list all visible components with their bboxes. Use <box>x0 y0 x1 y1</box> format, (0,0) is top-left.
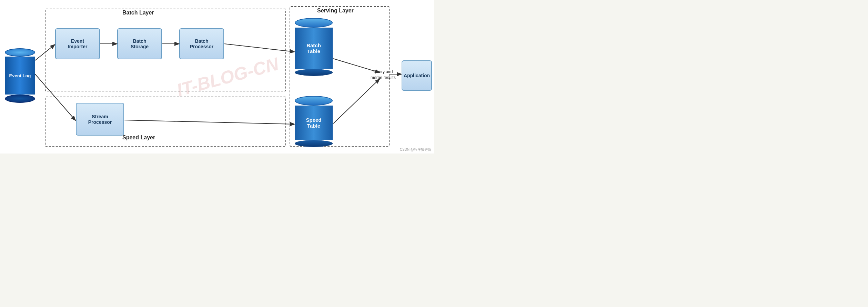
batch-table-bottom <box>295 69 333 76</box>
serving-layer-label: Serving Layer <box>317 8 354 14</box>
speed-table-mid: SpeedTable <box>295 106 333 140</box>
query-merge-label: Query andmerge results <box>371 69 396 81</box>
application-label: Application <box>404 73 430 78</box>
batch-table-db: BatchTable <box>295 18 333 76</box>
speed-layer-label: Speed Layer <box>122 135 155 141</box>
batch-layer-label: Batch Layer <box>122 10 154 16</box>
application-box: Application <box>402 60 432 91</box>
batch-table-label: BatchTable <box>306 42 321 54</box>
event-log-bottom <box>5 95 35 103</box>
stream-processor-box: StreamProcessor <box>76 103 124 136</box>
event-importer-box: EventImporter <box>55 28 100 59</box>
diagram: IT-BLOG-CN Batch Layer Speed Layer Servi… <box>0 0 434 154</box>
batch-table-top <box>295 18 333 28</box>
batch-processor-box: BatchProcessor <box>179 28 224 59</box>
speed-table-db: SpeedTable <box>295 96 333 147</box>
event-log-top <box>5 48 35 57</box>
batch-storage-label: BatchStorage <box>131 38 149 49</box>
event-importer-label: EventImporter <box>68 38 88 49</box>
batch-table-mid: BatchTable <box>295 28 333 69</box>
speed-table-top <box>295 96 333 106</box>
event-log-label: Event Log <box>9 73 31 78</box>
csdn-label: CSDN @程序猿进阶 <box>400 147 431 152</box>
event-log: Event Log <box>5 48 35 103</box>
batch-processor-label: BatchProcessor <box>190 38 213 49</box>
event-log-body: Event Log <box>5 57 35 95</box>
batch-storage-box: BatchStorage <box>117 28 162 59</box>
speed-table-bottom <box>295 140 333 147</box>
stream-processor-label: StreamProcessor <box>88 114 112 125</box>
speed-table-label: SpeedTable <box>306 117 321 129</box>
